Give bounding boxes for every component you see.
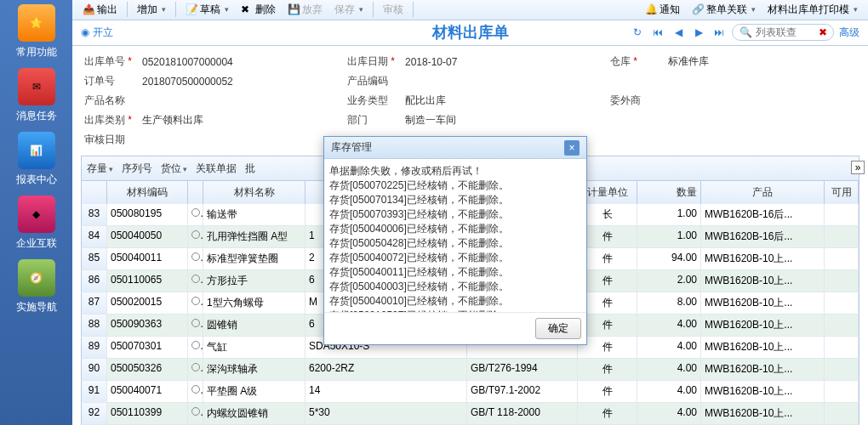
- cell-av: [825, 248, 859, 269]
- cell-pin[interactable]: [188, 314, 203, 336]
- cell-index: 86: [82, 270, 107, 292]
- notify-button[interactable]: 🔔通知: [640, 1, 685, 19]
- col-code[interactable]: 材料编码: [107, 181, 188, 204]
- cell-prod: MWB1620B-10上...: [701, 270, 825, 292]
- col-qty[interactable]: 数量: [637, 181, 701, 204]
- label-产品名称: 产品名称: [84, 94, 135, 108]
- save-button[interactable]: 保存: [329, 1, 368, 19]
- add-button[interactable]: 增加: [132, 1, 171, 19]
- col-av[interactable]: 可用: [825, 181, 859, 204]
- cell-code: 050070301: [107, 337, 188, 358]
- col-name[interactable]: 材料名称: [203, 181, 306, 204]
- field-出库类别[interactable]: 生产领料出库: [142, 113, 203, 128]
- table-row[interactable]: 92050110399内螺纹圆锥销5*30GB/T 118-2000件4.00M…: [81, 403, 859, 425]
- stock-button[interactable]: 存量: [87, 162, 113, 176]
- field-出库日期[interactable]: 2018-10-07: [405, 56, 457, 68]
- position-button[interactable]: 货位: [161, 162, 187, 176]
- cell-av: [825, 226, 859, 247]
- cell-pin[interactable]: [188, 292, 203, 314]
- related-button[interactable]: 关联单据: [196, 162, 237, 176]
- cell-code: 050020015: [107, 292, 188, 314]
- cell-unit: 件: [578, 403, 637, 424]
- cell-name: 输送带: [203, 204, 306, 225]
- cell-prod: MWB1620B-16后...: [701, 204, 825, 225]
- search-box[interactable]: 🔍✖: [732, 24, 834, 41]
- cell-pin[interactable]: [188, 270, 203, 292]
- field-出库单号[interactable]: 0520181007000004: [142, 56, 233, 68]
- cell-qty: 1.00: [637, 204, 701, 225]
- audit-button[interactable]: 审核: [378, 1, 408, 19]
- field-订单号[interactable]: 2018070500000052: [142, 76, 233, 88]
- bell-icon: 🔔: [645, 3, 657, 15]
- search-input[interactable]: [756, 26, 815, 38]
- btn-label: 通知: [660, 3, 680, 17]
- sidebar-item-report[interactable]: 📊报表中心: [3, 132, 71, 187]
- discard-button[interactable]: 💾放弃: [283, 1, 328, 19]
- col-prod[interactable]: 产品: [701, 181, 825, 204]
- error-modal: 库存管理 × 单据删除失败，修改或稍后再试！存货[050070225]已经核销，…: [323, 136, 587, 345]
- cell-prod: MWB1620B-10上...: [701, 359, 825, 380]
- cell-spec: 6200-2RZ: [306, 359, 467, 380]
- modal-header[interactable]: 库存管理 ×: [324, 137, 586, 159]
- sidebar-item-common[interactable]: ⭐常用功能: [3, 4, 71, 60]
- serial-button[interactable]: 序列号: [122, 162, 152, 176]
- cell-index: 90: [82, 359, 107, 380]
- cell-av: [825, 204, 859, 225]
- batch-button[interactable]: 批: [245, 162, 255, 176]
- cell-name: 标准型弹簧垫圈: [203, 248, 306, 269]
- label-产品编码: 产品编码: [347, 74, 398, 88]
- field-部门[interactable]: 制造一车间: [405, 113, 456, 128]
- cell-std: GB/T 118-2000: [467, 403, 578, 424]
- cell-unit: 件: [578, 381, 637, 402]
- btn-label: 保存: [334, 3, 355, 17]
- first-button[interactable]: ⏮: [650, 25, 665, 40]
- titlebar: ◉开立 材料出库单 ↻ ⏮ ◀ ▶ ⏭ 🔍✖ 高级: [72, 20, 868, 46]
- sidebar-item-enterprise[interactable]: ◆企业互联: [3, 196, 71, 251]
- cell-pin[interactable]: [188, 381, 203, 402]
- refresh-button[interactable]: ↻: [630, 25, 645, 40]
- advanced-link[interactable]: 高级: [839, 26, 859, 40]
- cell-index: 83: [82, 204, 107, 225]
- delete-button[interactable]: ✖删除: [236, 1, 281, 19]
- cell-pin[interactable]: [188, 204, 203, 225]
- pin-icon: [191, 297, 200, 305]
- cell-index: 87: [82, 292, 107, 314]
- cell-qty: 4.00: [637, 403, 701, 424]
- modal-title: 库存管理: [331, 140, 564, 155]
- btn-label: 输出: [97, 3, 117, 17]
- cell-pin[interactable]: [188, 403, 203, 424]
- close-icon[interactable]: ×: [564, 140, 580, 156]
- cell-qty: 8.00: [637, 292, 701, 314]
- label-仓库: 仓库: [610, 54, 661, 69]
- next-button[interactable]: ▶: [691, 25, 706, 40]
- draft-button[interactable]: 📝草稿: [180, 1, 234, 19]
- cell-pin[interactable]: [188, 359, 203, 380]
- compass-icon: 🧭: [18, 259, 55, 297]
- prev-button[interactable]: ◀: [671, 25, 686, 40]
- cell-std: GB/T97.1-2002: [467, 381, 578, 402]
- ok-button[interactable]: 确定: [535, 318, 581, 339]
- table-row[interactable]: 90050050326深沟球轴承6200-2RZGB/T276-1994件4.0…: [81, 359, 859, 381]
- output-button[interactable]: 📤输出: [77, 1, 123, 19]
- star-icon: ⭐: [18, 4, 55, 42]
- field-仓库[interactable]: 标准件库: [668, 54, 709, 69]
- cell-pin[interactable]: [188, 337, 203, 358]
- btn-label: 增加: [137, 3, 157, 17]
- label-委外商: 委外商: [610, 94, 661, 108]
- table-row[interactable]: 91050040071平垫圈 A级14GB/T97.1-2002件4.00MWB…: [81, 381, 859, 403]
- expand-icon[interactable]: »: [851, 161, 865, 174]
- sidebar-item-nav[interactable]: 🧭实施导航: [3, 259, 71, 314]
- print-template-button[interactable]: 材料出库单打印模: [762, 1, 863, 19]
- cell-pin[interactable]: [188, 226, 203, 247]
- cell-prod: MWB1620B-10上...: [701, 381, 825, 402]
- field-业务类型[interactable]: 配比出库: [405, 94, 446, 108]
- clear-icon[interactable]: ✖: [819, 26, 827, 38]
- sidebar-item-message[interactable]: ✉消息任务: [3, 68, 71, 123]
- cell-index: 85: [82, 248, 107, 269]
- sidebar-label: 报表中心: [3, 173, 71, 187]
- pin-icon: [191, 275, 200, 283]
- last-button[interactable]: ⏭: [711, 25, 727, 40]
- cell-av: [825, 359, 859, 380]
- cell-pin[interactable]: [188, 248, 203, 269]
- link-button[interactable]: 🔗整单关联: [687, 1, 761, 19]
